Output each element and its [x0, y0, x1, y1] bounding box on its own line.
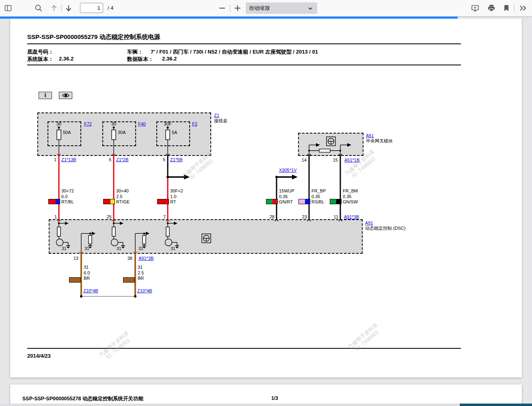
document-date: 2014/4/23: [27, 353, 51, 359]
pdf-page-1: SSP-SSP-SP0000055279 动态稳定控制系统电源 底盘号码： 车辆…: [10, 19, 522, 378]
a91-pin-1: 1: [49, 214, 57, 219]
a51-link[interactable]: A51: [366, 133, 374, 138]
fuse-f72-terminal: 30: [52, 121, 65, 126]
fuse-f40-link[interactable]: F40: [138, 121, 146, 126]
toolbar-divider: [61, 4, 62, 12]
find-button[interactable]: [33, 2, 44, 14]
fuse-f2-rating: 5A: [172, 130, 177, 135]
wire-label-15wup: 15WUP0.35GN/RT: [279, 188, 294, 205]
document-title: SSP-SSP-SP0000055279 动态稳定控制系统电源: [27, 33, 160, 41]
vehicle-label: 车辆：: [127, 48, 143, 56]
a91-pin-38: 38: [124, 256, 132, 261]
a91-connector-3b-bottom[interactable]: A91*3B: [138, 256, 154, 261]
next-document-title: SSP-SSP-SP0000055278 动态稳定控制系统开关功能: [22, 395, 143, 402]
zoom-out-button[interactable]: [216, 2, 228, 14]
plus-icon: [233, 4, 242, 13]
a51-connector-1b[interactable]: A51*1B: [344, 158, 359, 162]
wire-color-swatch-rsbl: [298, 199, 310, 204]
fuse-f72-rating: 50A: [63, 130, 71, 135]
fuse-f2-link[interactable]: F2: [192, 121, 197, 126]
double-chevron-right-icon: [519, 4, 528, 13]
toolbar-divider: [514, 4, 515, 12]
z10-connector-2-label[interactable]: Z10*4B: [137, 288, 152, 293]
fuse-f72-link-label[interactable]: F72: [84, 121, 92, 126]
a91-link-label[interactable]: A91: [365, 220, 373, 225]
sidebar-toggle-button[interactable]: [2, 2, 14, 14]
bottom-scrollbar-track[interactable]: [0, 404, 532, 406]
wire-label-30-72: 30<726.0RT/BL: [61, 188, 74, 205]
wire-color-swatch-br: [69, 277, 81, 283]
z10-connector-1[interactable]: Z10*4B: [83, 288, 98, 293]
page-total-label: / 4: [108, 5, 113, 11]
ground-wire-label-1: 316.0BR: [84, 265, 90, 281]
a91-pin-13: 13: [70, 256, 78, 261]
z1-connector-5b-label[interactable]: Z1*5B: [170, 157, 183, 162]
z1-link-label[interactable]: Z1: [214, 113, 219, 118]
bookmark-button[interactable]: [501, 2, 512, 14]
more-tools-button[interactable]: [517, 2, 529, 14]
a51-pin-15: 15: [330, 158, 338, 162]
x305-link[interactable]: X305*1V: [279, 168, 296, 173]
wire-label-fr-bm: FR_BM0.35GN/SW: [343, 188, 358, 205]
fuse-f40-link-label[interactable]: F40: [138, 121, 146, 126]
dsc-box-a91: [49, 219, 363, 254]
previous-page-button[interactable]: [48, 2, 60, 14]
a91-connector-3b-top-label[interactable]: A91*3B: [344, 214, 359, 219]
a51-connector-1b-label[interactable]: A51*1B: [344, 158, 359, 162]
wire-color-swatch-rtge: [103, 199, 115, 204]
fuse-f2-terminal: 30F: [161, 121, 174, 126]
a91-connector-3b-bottom-label[interactable]: A91*3B: [138, 256, 154, 261]
loading-bar-progress: [0, 17, 458, 19]
wire-color-swatch-rt: [157, 199, 169, 204]
wire-label-fr-bp: FR_BP0.35RS/BL: [311, 188, 326, 205]
system-version-value: 2.36.2: [59, 56, 74, 62]
wire-color-swatch-rtbl: [48, 199, 60, 204]
print-button[interactable]: [486, 2, 497, 14]
z1-link[interactable]: Z1: [214, 113, 219, 118]
zoom-select[interactable]: 自动缩放: [246, 2, 317, 14]
a91-link[interactable]: A91: [365, 220, 373, 225]
visibility-button[interactable]: [59, 92, 72, 99]
a51-name: 中央网关模块: [366, 138, 393, 143]
z1-pin-5a: 5: [103, 157, 111, 162]
z1-connector-13b[interactable]: Z1*13B: [61, 157, 76, 162]
internal-ground-label: 31: [62, 246, 67, 251]
presentation-mode-button[interactable]: [469, 2, 481, 14]
z10-connector-1-label[interactable]: Z10*4B: [83, 288, 98, 293]
watermark: 汽修帮手资料库 ID: 7496002: [347, 322, 383, 354]
zoom-select-value: 自动缩放: [246, 4, 270, 12]
eye-icon: [62, 93, 70, 98]
arrow-up-icon: [50, 4, 58, 13]
fuse-f72-link[interactable]: F72: [84, 121, 92, 126]
z1-connector-2b[interactable]: Z1*2B: [116, 157, 129, 162]
z1-connector-5b[interactable]: Z1*5B: [170, 157, 183, 162]
internal-ground-label: 31: [117, 246, 121, 251]
next-page-button[interactable]: [63, 2, 74, 14]
watermark: 汽修帮手资料库 ID: 7496002: [98, 330, 134, 363]
x305-link-label[interactable]: X305*1V: [279, 168, 296, 173]
a51-link-label[interactable]: A51: [366, 133, 374, 138]
fuse-f40-rating: 30A: [118, 130, 126, 135]
page-number-input[interactable]: [80, 3, 103, 13]
zoom-in-button[interactable]: [232, 2, 243, 14]
bookmark-icon: [502, 4, 511, 13]
arrow-down-icon: [64, 4, 73, 13]
z1-connector-2b-label[interactable]: Z1*2B: [116, 157, 129, 162]
loading-bar-track: [0, 17, 532, 19]
z1-connector-13b-label[interactable]: Z1*13B: [61, 157, 76, 162]
z1-pin-1: 1: [48, 157, 56, 162]
z1-name: 接线盒: [214, 118, 227, 123]
header-rule: [27, 43, 461, 44]
a91-connector-3b-top[interactable]: A91*3B: [344, 214, 359, 219]
a91-pin-11: 11: [330, 214, 338, 219]
fuse-f2-link-label[interactable]: F2: [192, 121, 197, 126]
info-button[interactable]: i: [39, 92, 52, 99]
wire-label-30-40: 30<402.5RT/GE: [116, 188, 130, 205]
data-version-value: 2.36.2: [162, 56, 177, 62]
vehicle-value: 7' / F01 / 四门车 / 730i / N52 / 自动变速箱 / EU…: [151, 48, 318, 56]
minus-icon: [218, 4, 227, 13]
z1-pin-5b: 5: [157, 157, 165, 162]
a51-pin-14: 14: [298, 158, 307, 162]
z10-connector-2[interactable]: Z10*4B: [137, 288, 152, 293]
gateway-box-a51: [298, 133, 363, 156]
